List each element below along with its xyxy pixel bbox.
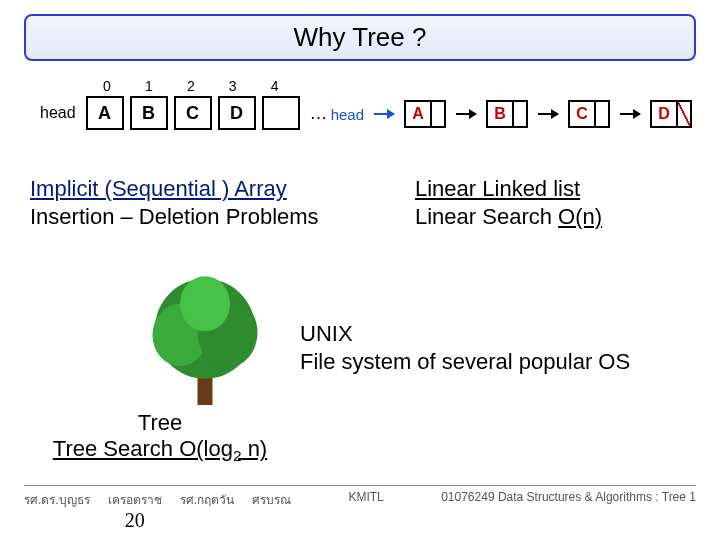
unix-caption: UNIX File system of several popular OS xyxy=(300,320,630,375)
arrow-icon xyxy=(538,113,558,115)
institution: KMITL xyxy=(348,490,383,504)
null-pointer-icon xyxy=(678,100,692,128)
list-node: A xyxy=(404,100,446,128)
author-1: รศ.ดร.บุญธร xyxy=(24,490,90,509)
arrow-icon xyxy=(456,113,476,115)
list-node: B xyxy=(486,100,528,128)
array-illustration: 0 1 2 3 4 head A B C D … xyxy=(40,78,340,130)
slide-title: Why Tree ? xyxy=(24,14,696,61)
linked-list-caption: Linear Linked list Linear Search O(n) xyxy=(415,175,602,230)
arrow-icon xyxy=(374,113,394,115)
svg-point-4 xyxy=(180,276,230,331)
array-cell-empty xyxy=(262,96,300,130)
array-cell: C xyxy=(174,96,212,130)
page-number: 20 xyxy=(125,509,145,532)
array-cell: A xyxy=(86,96,124,130)
array-caption: Implicit (Sequential ) Array Insertion –… xyxy=(30,175,319,230)
slide-footer: รศ.ดร.บุญธร เครอตราช 20 รศ.กฤตวัน ศรบรณ … xyxy=(24,490,696,532)
list-node: D xyxy=(650,100,692,128)
list-node: C xyxy=(568,100,610,128)
divider xyxy=(24,485,696,486)
author-2: รศ.กฤตวัน xyxy=(180,490,234,509)
array-head-label: head xyxy=(40,104,76,122)
author-2b: ศรบรณ xyxy=(252,490,291,509)
array-indices: 0 1 2 3 4 xyxy=(88,78,340,94)
ellipsis-icon: … xyxy=(310,103,331,124)
tree-caption: Tree Tree Search O(log2 n) xyxy=(30,410,290,466)
array-cell: B xyxy=(130,96,168,130)
linked-head-label: head xyxy=(331,106,364,123)
array-cell: D xyxy=(218,96,256,130)
course-label: 01076249 Data Structures & Algorithms : … xyxy=(441,490,696,504)
linked-list-illustration: head A B C D xyxy=(331,100,692,128)
author-1b: เครอตราช 20 xyxy=(108,490,162,532)
tree-icon xyxy=(140,260,270,410)
arrow-icon xyxy=(620,113,640,115)
